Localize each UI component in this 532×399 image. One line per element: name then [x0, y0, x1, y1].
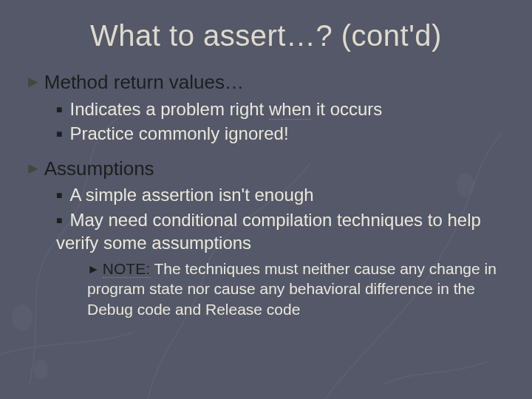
- list-item: ■A simple assertion isn't enough: [56, 183, 507, 206]
- sub-text: Practice commonly ignored!: [69, 123, 288, 143]
- bullet1-text: Method return values…: [44, 71, 244, 93]
- slide-container: What to assert…? (cont'd) ►Method return…: [0, 0, 532, 399]
- bullet-method-return: ►Method return values…: [25, 70, 507, 95]
- triangle-right-icon: ►: [25, 72, 41, 92]
- bullet2-sublist: ■A simple assertion isn't enough ■May ne…: [56, 183, 507, 318]
- triangle-right-icon: ►: [25, 158, 41, 179]
- list-item: ■Practice commonly ignored!: [56, 122, 507, 145]
- triangle-right-icon: ►: [87, 262, 100, 278]
- square-bullet-icon: ■: [56, 103, 62, 116]
- list-item: ■Indicates a problem right when it occur…: [56, 98, 507, 120]
- sub-text: Indicates a problem right: [69, 99, 268, 119]
- square-bullet-icon: ■: [56, 188, 62, 202]
- square-bullet-icon: ■: [56, 214, 62, 227]
- note-label: NOTE:: [103, 260, 150, 278]
- note-wrap: ►NOTE: The techniques must neither cause…: [87, 259, 507, 319]
- slide-content: What to assert…? (cont'd) ►Method return…: [25, 19, 507, 319]
- list-item: ■May need conditional compilation techni…: [56, 208, 507, 254]
- sub-text: May need conditional compilation techniq…: [56, 210, 481, 253]
- svg-point-1: [33, 359, 48, 380]
- bullet1-sublist: ■Indicates a problem right when it occur…: [56, 98, 507, 145]
- bullet2-text: Assumptions: [44, 157, 154, 180]
- bullet-assumptions: ►Assumptions: [25, 157, 507, 181]
- slide-title: What to assert…? (cont'd): [25, 19, 507, 52]
- sub-text-post: it occurs: [311, 99, 382, 119]
- sub-text: A simple assertion isn't enough: [69, 185, 313, 205]
- note-item: ►NOTE: The techniques must neither cause…: [87, 259, 507, 319]
- underlined-word: when: [269, 99, 311, 120]
- square-bullet-icon: ■: [56, 127, 62, 140]
